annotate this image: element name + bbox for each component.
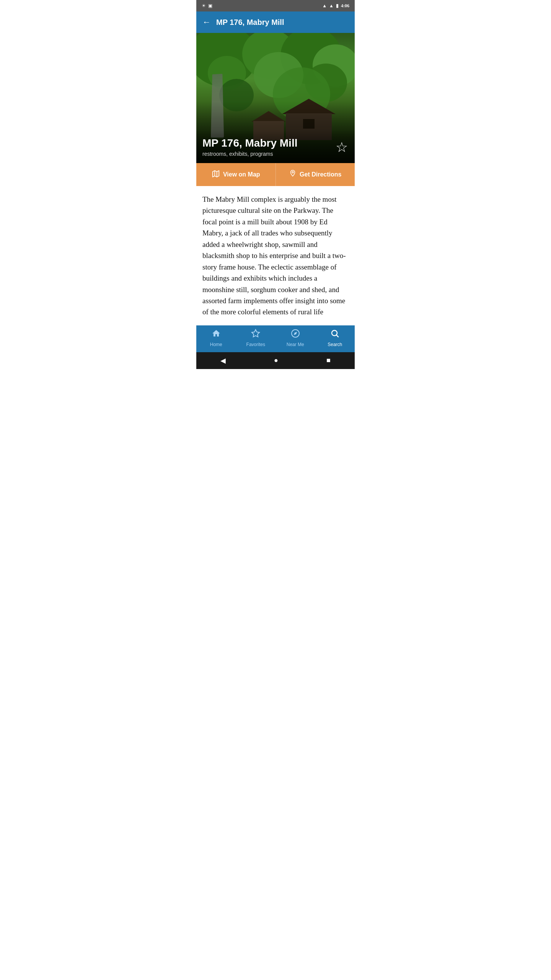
svg-marker-6 [294, 332, 297, 335]
notification-icon: ☀ [202, 3, 206, 9]
get-directions-button[interactable]: Get Directions [276, 163, 355, 186]
home-icon [212, 329, 221, 340]
search-label: Search [328, 342, 342, 347]
description-section: The Mabry Mill complex is arguably the m… [196, 186, 355, 325]
nav-item-nearme[interactable]: Near Me [280, 329, 311, 347]
favorites-label: Favorites [246, 342, 265, 347]
page-title: MP 176, Mabry Mill [216, 18, 284, 27]
sim-icon: ▣ [208, 3, 212, 9]
svg-point-3 [292, 172, 293, 173]
nearme-icon [291, 329, 300, 340]
favorite-star-button[interactable]: ☆ [336, 139, 348, 155]
svg-line-8 [337, 335, 338, 336]
hero-text-overlay: MP 176, Mabry Mill restrooms, exhibits, … [196, 131, 355, 163]
nav-item-home[interactable]: Home [201, 329, 231, 347]
svg-marker-0 [213, 170, 219, 177]
nav-item-search[interactable]: Search [320, 329, 350, 347]
android-home-button[interactable]: ● [274, 356, 278, 364]
top-nav-bar: ← MP 176, Mabry Mill [196, 11, 355, 33]
home-label: Home [210, 342, 222, 347]
action-buttons-bar: View on Map Get Directions [196, 163, 355, 186]
search-icon [330, 329, 339, 340]
android-recents-button[interactable]: ■ [326, 356, 331, 364]
view-on-map-label: View on Map [223, 171, 260, 178]
status-bar: ☀ ▣ ▲ ▲ ▮ 4:06 [196, 0, 355, 11]
battery-icon: ▮ [336, 3, 339, 9]
time-display: 4:06 [341, 3, 349, 9]
view-on-map-button[interactable]: View on Map [196, 163, 276, 186]
back-button[interactable]: ← [202, 17, 211, 27]
status-right-icons: ▲ ▲ ▮ 4:06 [322, 3, 349, 9]
favorites-icon [251, 329, 260, 340]
android-back-button[interactable]: ◀ [220, 356, 226, 365]
android-nav-bar: ◀ ● ■ [196, 352, 355, 369]
hero-image: MP 176, Mabry Mill restrooms, exhibits, … [196, 33, 355, 163]
map-icon [212, 170, 220, 180]
hero-title: MP 176, Mabry Mill [202, 137, 349, 149]
wifi-icon: ▲ [322, 3, 327, 9]
svg-marker-4 [252, 330, 259, 337]
status-left-icons: ☀ ▣ [202, 3, 212, 9]
nearme-label: Near Me [287, 342, 304, 347]
get-directions-label: Get Directions [300, 171, 341, 178]
signal-icon: ▲ [329, 3, 334, 9]
directions-icon [289, 170, 297, 180]
description-text: The Mabry Mill complex is arguably the m… [202, 194, 349, 318]
bottom-nav-bar: Home Favorites Near Me Search [196, 325, 355, 352]
nav-item-favorites[interactable]: Favorites [240, 329, 271, 347]
hero-subtitle: restrooms, exhibits, programs [202, 151, 349, 157]
